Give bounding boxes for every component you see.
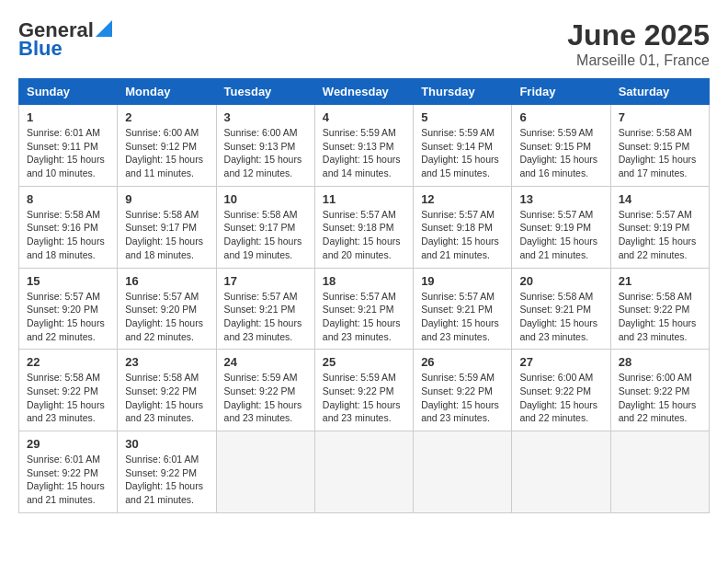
day-info: Sunrise: 5:59 AM Sunset: 9:22 PM Dayligh… — [323, 371, 405, 425]
day-number: 11 — [323, 192, 405, 206]
sunset-text: Sunset: 9:13 PM — [323, 141, 394, 152]
daylight-text: Daylight: 15 hours and 23 minutes. — [421, 399, 499, 424]
sunrise-text: Sunrise: 5:59 AM — [421, 372, 495, 383]
day-number: 16 — [125, 274, 208, 288]
sunrise-text: Sunrise: 5:57 AM — [224, 291, 298, 302]
day-number: 10 — [224, 192, 307, 206]
calendar-cell-2-5: 12 Sunrise: 5:57 AM Sunset: 9:18 PM Dayl… — [414, 186, 512, 268]
sunset-text: Sunset: 9:21 PM — [224, 304, 296, 315]
day-info: Sunrise: 5:59 AM Sunset: 9:13 PM Dayligh… — [323, 126, 405, 180]
daylight-text: Daylight: 15 hours and 23 minutes. — [323, 317, 401, 342]
sunrise-text: Sunrise: 5:59 AM — [323, 127, 396, 138]
header-sunday: Sunday — [19, 79, 118, 105]
sunrise-text: Sunrise: 5:57 AM — [323, 209, 396, 220]
day-info: Sunrise: 6:00 AM Sunset: 9:22 PM Dayligh… — [619, 371, 701, 425]
calendar-cell-5-3 — [216, 431, 314, 513]
day-info: Sunrise: 5:57 AM Sunset: 9:21 PM Dayligh… — [224, 290, 307, 344]
svg-marker-0 — [96, 20, 112, 37]
calendar-week-1: 1 Sunrise: 6:01 AM Sunset: 9:11 PM Dayli… — [19, 105, 710, 187]
day-number: 22 — [27, 355, 109, 369]
header-friday: Friday — [512, 79, 610, 105]
daylight-text: Daylight: 15 hours and 22 minutes. — [27, 317, 105, 342]
day-number: 9 — [125, 192, 208, 206]
sunset-text: Sunset: 9:22 PM — [619, 304, 690, 315]
sunset-text: Sunset: 9:22 PM — [125, 467, 197, 478]
sunset-text: Sunset: 9:15 PM — [619, 141, 690, 152]
sunrise-text: Sunrise: 5:58 AM — [125, 209, 199, 220]
daylight-text: Daylight: 15 hours and 18 minutes. — [27, 236, 105, 260]
daylight-text: Daylight: 15 hours and 22 minutes. — [125, 317, 203, 342]
sunrise-text: Sunrise: 5:57 AM — [27, 291, 100, 302]
day-number: 12 — [421, 192, 504, 206]
calendar-cell-5-6 — [512, 431, 610, 513]
sunset-text: Sunset: 9:19 PM — [519, 222, 591, 233]
daylight-text: Daylight: 15 hours and 23 minutes. — [519, 317, 597, 342]
daylight-text: Daylight: 15 hours and 23 minutes. — [224, 399, 302, 424]
sunrise-text: Sunrise: 5:57 AM — [519, 209, 593, 220]
sunrise-text: Sunrise: 5:58 AM — [619, 291, 692, 302]
day-number: 21 — [619, 274, 701, 288]
day-number: 4 — [323, 110, 405, 124]
calendar-cell-2-7: 14 Sunrise: 5:57 AM Sunset: 9:19 PM Dayl… — [610, 186, 709, 268]
sunset-text: Sunset: 9:22 PM — [27, 385, 98, 396]
day-number: 18 — [323, 274, 405, 288]
day-info: Sunrise: 5:57 AM Sunset: 9:19 PM Dayligh… — [519, 208, 602, 262]
sunrise-text: Sunrise: 5:58 AM — [519, 291, 593, 302]
day-info: Sunrise: 5:58 AM Sunset: 9:17 PM Dayligh… — [125, 208, 208, 262]
sunset-text: Sunset: 9:22 PM — [224, 385, 296, 396]
calendar-header-row: Sunday Monday Tuesday Wednesday Thursday… — [19, 79, 710, 105]
location-text: Marseille 01, France — [567, 52, 710, 69]
header-wednesday: Wednesday — [314, 79, 413, 105]
day-info: Sunrise: 6:01 AM Sunset: 9:11 PM Dayligh… — [27, 126, 109, 180]
sunrise-text: Sunrise: 5:58 AM — [27, 372, 100, 383]
daylight-text: Daylight: 15 hours and 22 minutes. — [619, 236, 697, 260]
calendar-cell-3-4: 18 Sunrise: 5:57 AM Sunset: 9:21 PM Dayl… — [314, 268, 413, 350]
calendar-cell-4-1: 22 Sunrise: 5:58 AM Sunset: 9:22 PM Dayl… — [19, 350, 118, 431]
calendar-cell-1-3: 3 Sunrise: 6:00 AM Sunset: 9:13 PM Dayli… — [216, 105, 314, 187]
sunset-text: Sunset: 9:22 PM — [323, 385, 394, 396]
sunrise-text: Sunrise: 5:58 AM — [125, 372, 199, 383]
sunset-text: Sunset: 9:17 PM — [125, 222, 197, 233]
calendar-cell-2-1: 8 Sunrise: 5:58 AM Sunset: 9:16 PM Dayli… — [19, 186, 118, 268]
calendar-cell-2-6: 13 Sunrise: 5:57 AM Sunset: 9:19 PM Dayl… — [512, 186, 610, 268]
daylight-text: Daylight: 15 hours and 22 minutes. — [519, 399, 597, 424]
day-number: 25 — [323, 355, 405, 369]
day-info: Sunrise: 5:58 AM Sunset: 9:22 PM Dayligh… — [27, 371, 109, 425]
day-info: Sunrise: 6:00 AM Sunset: 9:22 PM Dayligh… — [519, 371, 602, 425]
sunset-text: Sunset: 9:21 PM — [421, 304, 493, 315]
header-monday: Monday — [118, 79, 216, 105]
sunset-text: Sunset: 9:19 PM — [619, 222, 690, 233]
calendar-cell-3-3: 17 Sunrise: 5:57 AM Sunset: 9:21 PM Dayl… — [216, 268, 314, 350]
calendar-cell-3-1: 15 Sunrise: 5:57 AM Sunset: 9:20 PM Dayl… — [19, 268, 118, 350]
day-number: 29 — [27, 437, 109, 451]
sunrise-text: Sunrise: 5:59 AM — [421, 127, 495, 138]
calendar-cell-1-1: 1 Sunrise: 6:01 AM Sunset: 9:11 PM Dayli… — [19, 105, 118, 187]
calendar-table: Sunday Monday Tuesday Wednesday Thursday… — [18, 78, 710, 513]
day-number: 13 — [519, 192, 602, 206]
day-number: 23 — [125, 355, 208, 369]
daylight-text: Daylight: 15 hours and 23 minutes. — [125, 399, 203, 424]
daylight-text: Daylight: 15 hours and 18 minutes. — [125, 236, 203, 260]
day-info: Sunrise: 5:58 AM Sunset: 9:17 PM Dayligh… — [224, 208, 307, 262]
month-title: June 2025 — [567, 18, 710, 52]
day-info: Sunrise: 5:59 AM Sunset: 9:22 PM Dayligh… — [421, 371, 504, 425]
day-number: 15 — [27, 274, 109, 288]
sunrise-text: Sunrise: 6:00 AM — [619, 372, 692, 383]
calendar-cell-4-2: 23 Sunrise: 5:58 AM Sunset: 9:22 PM Dayl… — [118, 350, 216, 431]
calendar-cell-3-7: 21 Sunrise: 5:58 AM Sunset: 9:22 PM Dayl… — [610, 268, 709, 350]
daylight-text: Daylight: 15 hours and 11 minutes. — [125, 154, 203, 178]
calendar-cell-1-4: 4 Sunrise: 5:59 AM Sunset: 9:13 PM Dayli… — [314, 105, 413, 187]
calendar-cell-2-2: 9 Sunrise: 5:58 AM Sunset: 9:17 PM Dayli… — [118, 186, 216, 268]
day-number: 27 — [519, 355, 602, 369]
sunset-text: Sunset: 9:13 PM — [224, 141, 296, 152]
daylight-text: Daylight: 15 hours and 23 minutes. — [224, 317, 302, 342]
day-info: Sunrise: 5:58 AM Sunset: 9:15 PM Dayligh… — [619, 126, 701, 180]
daylight-text: Daylight: 15 hours and 23 minutes. — [27, 399, 105, 424]
day-number: 14 — [619, 192, 701, 206]
sunrise-text: Sunrise: 6:01 AM — [27, 127, 100, 138]
daylight-text: Daylight: 15 hours and 20 minutes. — [323, 236, 401, 260]
header-thursday: Thursday — [414, 79, 512, 105]
day-info: Sunrise: 5:57 AM Sunset: 9:21 PM Dayligh… — [421, 290, 504, 344]
sunrise-text: Sunrise: 6:01 AM — [125, 454, 199, 465]
daylight-text: Daylight: 15 hours and 16 minutes. — [519, 154, 597, 178]
